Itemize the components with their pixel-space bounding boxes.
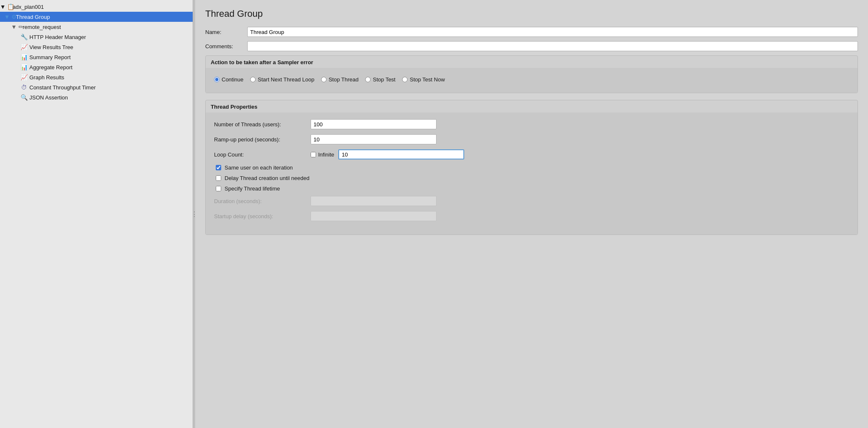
sampler-error-section: Action to be taken after a Sampler error… [205, 55, 858, 93]
sampler-error-header: Action to be taken after a Sampler error [206, 56, 858, 68]
comments-row: Comments: [205, 41, 858, 51]
sampler-error-body: Continue Start Next Thread Loop Stop Thr… [206, 68, 858, 93]
panel-title: Thread Group [205, 8, 858, 19]
error-action-radio-group: Continue Start Next Thread Loop Stop Thr… [212, 72, 851, 87]
duration-label: Duration (seconds): [214, 198, 311, 204]
tree-icon-json-assertion: 🔍 [20, 94, 28, 101]
sidebar-item-view-results[interactable]: 📈 View Results Tree [0, 42, 193, 52]
duration-input[interactable] [311, 196, 437, 206]
thread-properties-section: Thread Properties Number of Threads (use… [205, 100, 858, 235]
startup-delay-row: Startup delay (seconds): [214, 211, 849, 221]
duration-row: Duration (seconds): [214, 196, 849, 206]
tree-icon-aggregate-report: 📊 [20, 63, 28, 71]
radio-label-start-next-thread-loop[interactable]: Start Next Thread Loop [258, 76, 314, 83]
infinite-label[interactable]: Infinite [318, 151, 334, 158]
radio-label-stop-test-now[interactable]: Stop Test Now [410, 76, 445, 83]
loop-count-row: Loop Count: Infinite [214, 149, 849, 159]
specify-lifetime-label[interactable]: Specify Thread lifetime [225, 185, 280, 192]
tree-label-aggregate-report: Aggregate Report [29, 64, 73, 70]
num-threads-input[interactable] [311, 119, 437, 129]
ramp-up-row: Ramp-up period (seconds): [214, 134, 849, 144]
tree-icon-constant-timer: ⏱ [20, 84, 28, 91]
radio-input-stop-test-now[interactable] [402, 77, 408, 82]
tree-label-json-assertion: JSON Assertion [29, 94, 68, 101]
radio-label-stop-test[interactable]: Stop Test [373, 76, 395, 83]
sidebar-item-remote-request[interactable]: ▼ ✏ remote_request [0, 22, 193, 32]
tree-icon-graph-results: 📈 [20, 73, 28, 81]
radio-input-continue[interactable] [214, 77, 220, 82]
loop-count-label: Loop Count: [214, 151, 311, 158]
ramp-up-label: Ramp-up period (seconds): [214, 136, 311, 143]
same-user-row: Same user on each iteration [214, 164, 849, 171]
infinite-checkbox-group: Infinite [311, 151, 334, 158]
tree-items-container: ▼ ⚙ Thread Group ▼ ✏ remote_request 🔧 HT… [0, 12, 193, 102]
tree-icon-remote-request: ▼ ✏ [13, 23, 21, 31]
comments-input[interactable] [247, 41, 858, 51]
same-user-label[interactable]: Same user on each iteration [225, 164, 293, 171]
main-panel: Thread Group Name: Comments: Action to b… [195, 0, 868, 428]
root-label: adx_plan001 [13, 4, 44, 10]
sidebar-item-constant-timer[interactable]: ⏱ Constant Throughput Timer [0, 82, 193, 92]
ramp-up-input[interactable] [311, 134, 437, 144]
num-threads-row: Number of Threads (users): [214, 119, 849, 129]
tree-icon-view-results: 📈 [20, 43, 28, 51]
tree-label-graph-results: Graph Results [29, 74, 64, 81]
radio-continue[interactable]: Continue [214, 76, 243, 83]
sidebar-item-http-header[interactable]: 🔧 HTTP Header Manager [0, 32, 193, 42]
sidebar-item-thread-group[interactable]: ▼ ⚙ Thread Group [0, 12, 193, 22]
infinite-checkbox[interactable] [311, 152, 316, 157]
radio-input-stop-thread[interactable] [321, 77, 327, 82]
tree-label-remote-request: remote_request [23, 24, 61, 30]
sidebar-root[interactable]: ▼ 📋 adx_plan001 [0, 2, 193, 12]
sidebar-item-summary-report[interactable]: 📊 Summary Report [0, 52, 193, 62]
radio-start-next-thread-loop[interactable]: Start Next Thread Loop [250, 76, 314, 83]
tree-icon-http-header: 🔧 [20, 33, 28, 41]
num-threads-label: Number of Threads (users): [214, 121, 311, 128]
sidebar-item-graph-results[interactable]: 📈 Graph Results [0, 72, 193, 82]
radio-input-start-next-thread-loop[interactable] [250, 77, 256, 82]
loop-count-input[interactable] [338, 149, 464, 159]
tree-label-http-header: HTTP Header Manager [29, 34, 86, 40]
radio-input-stop-test[interactable] [365, 77, 371, 82]
radio-stop-test-now[interactable]: Stop Test Now [402, 76, 445, 83]
delay-thread-label[interactable]: Delay Thread creation until needed [225, 175, 309, 181]
radio-stop-thread[interactable]: Stop Thread [321, 76, 358, 83]
radio-label-stop-thread[interactable]: Stop Thread [329, 76, 358, 83]
thread-props-header: Thread Properties [206, 100, 858, 112]
tree-label-constant-timer: Constant Throughput Timer [29, 84, 96, 91]
tree-icon-thread-group: ▼ ⚙ [7, 13, 14, 21]
delay-thread-row: Delay Thread creation until needed [214, 175, 849, 181]
radio-stop-test[interactable]: Stop Test [365, 76, 395, 83]
startup-delay-label: Startup delay (seconds): [214, 213, 311, 219]
tree-label-thread-group: Thread Group [16, 14, 50, 20]
startup-delay-input[interactable] [311, 211, 437, 221]
same-user-checkbox[interactable] [216, 165, 221, 170]
thread-props-body: Number of Threads (users): Ramp-up perio… [206, 112, 858, 235]
sidebar-item-aggregate-report[interactable]: 📊 Aggregate Report [0, 62, 193, 72]
sidebar-item-json-assertion[interactable]: 🔍 JSON Assertion [0, 92, 193, 102]
specify-lifetime-checkbox[interactable] [216, 186, 221, 191]
tree-label-summary-report: Summary Report [29, 54, 71, 60]
name-row: Name: [205, 27, 858, 37]
specify-lifetime-row: Specify Thread lifetime [214, 185, 849, 192]
name-input[interactable] [247, 27, 858, 37]
name-label: Name: [205, 29, 247, 35]
tree-icon-summary-report: 📊 [20, 53, 28, 61]
tree-label-view-results: View Results Tree [29, 44, 73, 50]
sidebar: ▼ 📋 adx_plan001 ▼ ⚙ Thread Group ▼ ✏ rem… [0, 0, 193, 428]
radio-label-continue[interactable]: Continue [222, 76, 243, 83]
delay-thread-checkbox[interactable] [216, 175, 221, 181]
comments-label: Comments: [205, 43, 247, 50]
root-icon: ▼ 📋 [3, 3, 11, 10]
